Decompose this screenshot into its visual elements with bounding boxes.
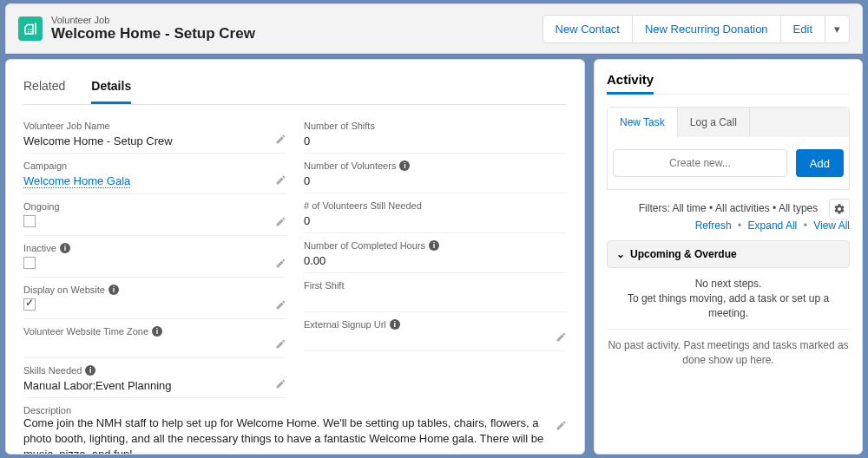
pencil-icon[interactable] bbox=[275, 258, 286, 272]
no-next-sub: To get things moving, add a task or set … bbox=[607, 291, 850, 321]
record-name: Welcome Home - Setup Crew bbox=[51, 25, 542, 43]
tab-new-task[interactable]: New Task bbox=[608, 108, 678, 137]
field-row: Number of Volunteersi0 bbox=[304, 157, 567, 193]
new-recurring-donation-button[interactable]: New Recurring Donation bbox=[632, 15, 781, 43]
field-value bbox=[23, 253, 286, 272]
field-value: 0.00 bbox=[304, 251, 567, 267]
volunteer-job-icon bbox=[18, 16, 43, 41]
field-label: Number of Volunteersi bbox=[304, 160, 567, 171]
tab-details[interactable]: Details bbox=[91, 72, 131, 104]
field-row: Number of Completed Hoursi0.00 bbox=[304, 237, 567, 273]
info-icon[interactable]: i bbox=[429, 240, 439, 251]
field-value bbox=[23, 295, 286, 313]
details-panel: Related Details Volunteer Job NameWelcom… bbox=[5, 59, 585, 455]
filters-gear-icon[interactable] bbox=[829, 199, 850, 219]
expand-all-link[interactable]: Expand All bbox=[748, 219, 798, 232]
field-row: Number of Shifts0 bbox=[304, 117, 567, 154]
activity-subtabs: New Task Log a Call bbox=[608, 108, 849, 137]
activity-panel: Activity New Task Log a Call Add Filters… bbox=[594, 59, 863, 455]
pencil-icon[interactable] bbox=[275, 174, 286, 188]
field-label: Campaign bbox=[23, 160, 286, 171]
field-label: Description bbox=[23, 405, 567, 415]
edit-button[interactable]: Edit bbox=[780, 15, 825, 43]
field-label: Ongoing bbox=[23, 201, 286, 212]
no-next-steps: No next steps. To get things moving, add… bbox=[607, 277, 850, 320]
info-icon[interactable]: i bbox=[152, 326, 162, 337]
field-label: Display on Websitei bbox=[23, 285, 286, 295]
tab-log-call[interactable]: Log a Call bbox=[678, 108, 750, 137]
field-row: Ongoing bbox=[23, 198, 286, 236]
field-label: Number of Shifts bbox=[304, 121, 567, 131]
description-field: Description Come join the NMH staff to h… bbox=[23, 405, 567, 455]
field-row: Volunteer Job NameWelcome Home - Setup C… bbox=[23, 117, 286, 154]
field-label: First Shift bbox=[304, 280, 567, 291]
field-row: Skills NeedediManual Labor;Event Plannin… bbox=[23, 362, 286, 398]
field-row: # of Volunteers Still Needed0 bbox=[304, 197, 567, 233]
checkbox[interactable] bbox=[23, 215, 36, 227]
field-label: Skills Neededi bbox=[23, 365, 286, 376]
pencil-icon[interactable] bbox=[556, 419, 567, 435]
info-icon[interactable]: i bbox=[108, 285, 119, 295]
field-value[interactable]: Welcome Home Gala bbox=[23, 171, 130, 188]
field-value: Welcome Home - Setup Crew bbox=[23, 131, 286, 147]
activity-filters: Filters: All time • All activities • All… bbox=[607, 202, 850, 214]
pencil-icon[interactable] bbox=[275, 134, 286, 147]
field-value: 0 bbox=[304, 171, 567, 187]
activity-links: Refresh • Expand All • View All bbox=[607, 219, 850, 232]
pencil-icon[interactable] bbox=[275, 338, 286, 352]
checkbox[interactable] bbox=[23, 298, 36, 311]
field-label: External Signup Urli bbox=[304, 319, 567, 330]
record-header: Volunteer Job Welcome Home - Setup Crew … bbox=[5, 3, 863, 54]
field-row: Display on Websitei bbox=[23, 281, 286, 319]
field-value bbox=[304, 330, 567, 345]
header-action-bar: New Contact New Recurring Donation Edit … bbox=[542, 15, 850, 43]
info-icon[interactable]: i bbox=[60, 243, 70, 253]
field-label: Volunteer Website Time Zonei bbox=[23, 326, 286, 337]
checkbox[interactable] bbox=[23, 257, 36, 269]
field-value bbox=[304, 291, 567, 306]
filters-text: Filters: All time • All activities • All… bbox=[639, 202, 818, 214]
record-type-label: Volunteer Job bbox=[51, 15, 542, 25]
create-new-input[interactable] bbox=[613, 149, 787, 177]
no-past-activity: No past activity. Past meetings and task… bbox=[607, 338, 850, 368]
field-value: 0 bbox=[304, 211, 567, 227]
add-button[interactable]: Add bbox=[796, 149, 844, 177]
field-row: First Shift bbox=[304, 277, 567, 312]
info-icon[interactable]: i bbox=[399, 160, 410, 171]
field-row: Inactivei bbox=[23, 239, 286, 278]
field-value: Come join the NMH staff to help set up f… bbox=[23, 415, 567, 455]
field-label: Volunteer Job Name bbox=[23, 121, 286, 131]
new-contact-button[interactable]: New Contact bbox=[542, 15, 633, 43]
upcoming-overdue-section[interactable]: ⌄ Upcoming & Overdue bbox=[607, 240, 850, 268]
more-actions-dropdown[interactable]: ▾ bbox=[825, 15, 850, 43]
pencil-icon[interactable] bbox=[275, 216, 286, 230]
field-label: Number of Completed Hoursi bbox=[304, 240, 567, 251]
view-all-link[interactable]: View All bbox=[813, 219, 850, 232]
field-value bbox=[23, 212, 286, 230]
field-label: # of Volunteers Still Needed bbox=[304, 200, 567, 211]
pencil-icon[interactable] bbox=[556, 331, 567, 345]
field-label: Inactivei bbox=[23, 243, 286, 253]
field-row: External Signup Urli bbox=[304, 316, 567, 351]
field-value: Manual Labor;Event Planning bbox=[23, 376, 286, 392]
chevron-down-icon: ⌄ bbox=[616, 248, 625, 260]
refresh-link[interactable]: Refresh bbox=[695, 219, 732, 232]
info-icon[interactable]: i bbox=[85, 365, 95, 376]
no-next-title: No next steps. bbox=[607, 277, 850, 291]
pencil-icon[interactable] bbox=[275, 378, 286, 392]
field-value: 0 bbox=[304, 131, 567, 147]
pencil-icon[interactable] bbox=[275, 299, 286, 313]
upcoming-label: Upcoming & Overdue bbox=[630, 248, 737, 260]
main-tabs: Related Details bbox=[23, 72, 567, 105]
field-row: CampaignWelcome Home Gala bbox=[23, 157, 286, 194]
field-row: Volunteer Website Time Zonei bbox=[23, 323, 286, 358]
info-icon[interactable]: i bbox=[390, 319, 400, 330]
tab-related[interactable]: Related bbox=[23, 72, 65, 104]
activity-title: Activity bbox=[607, 72, 654, 95]
field-value bbox=[23, 337, 286, 352]
